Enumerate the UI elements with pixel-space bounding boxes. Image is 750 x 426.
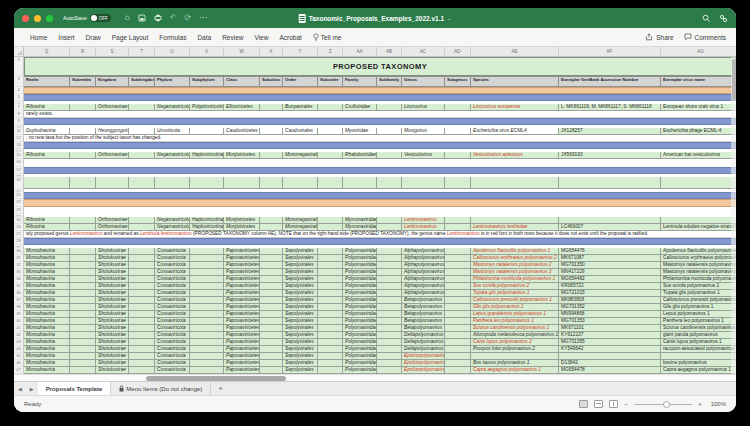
cell[interactable]: Alphapolyomavirus [402,262,445,269]
cell[interactable]: Lincruvirus europense [471,104,559,111]
cell[interactable]: Capra aegagrus polyomavirus 1 [471,367,559,374]
cell[interactable]: Monodnaviria [24,353,70,360]
cell[interactable]: Deltapolyomavirus [402,346,445,353]
cell[interactable] [318,177,343,189]
cell[interactable] [260,269,283,276]
cell[interactable] [260,255,283,262]
cell[interactable]: Papovaviricetes [224,360,260,367]
cell[interactable] [318,332,343,339]
cell[interactable]: Caudoviricetes [224,128,260,135]
cell[interactable]: Monodnaviria [24,290,70,297]
ribbon-tab-draw[interactable]: Draw [86,34,101,41]
cell[interactable] [70,290,96,297]
cell[interactable]: Shotokuvirae [96,269,129,276]
cell[interactable]: MG654476 [559,248,661,255]
cell[interactable]: L: MK861116; M: MK861117; S: MK861118 [559,104,661,111]
cell[interactable] [377,318,402,325]
cell[interactable] [318,128,343,135]
cell[interactable] [445,367,471,374]
add-sheet-button[interactable]: + [211,382,230,395]
column-header-S[interactable]: S [96,47,129,56]
cell[interactable]: Monodnaviria [24,318,70,325]
cell[interactable]: Polyomaviridae [343,332,377,339]
cell[interactable]: Monodnaviria [24,255,70,262]
column-header-Q[interactable]: Q [24,47,70,56]
cell[interactable] [190,290,224,297]
cell[interactable]: Monodnaviria [24,248,70,255]
cell[interactable] [190,346,224,353]
cell[interactable]: Monodnaviria [24,367,70,374]
normal-view-icon[interactable] [579,400,588,408]
cell[interactable] [318,367,343,374]
cell[interactable]: Haploviricotina [190,217,224,224]
cell[interactable] [190,318,224,325]
ribbon-tab-data[interactable]: Data [197,34,211,41]
cell[interactable] [260,297,283,304]
cell[interactable] [377,217,402,224]
ribbon-tab-page-layout[interactable]: Page Layout [112,34,149,41]
cell[interactable] [70,177,96,189]
sheet-nav-left-icon[interactable]: ◀ [14,382,26,395]
cell[interactable] [190,255,224,262]
cell[interactable] [129,325,155,332]
cell[interactable]: Polyomaviridae [343,304,377,311]
cell[interactable]: Epsilonpolyomavirus [402,353,445,360]
cell[interactable]: Cossaviricota [155,353,190,360]
cell[interactable] [190,353,224,360]
header-cell-AA[interactable]: Family [343,76,377,87]
cell[interactable]: Polyomaviridae [343,360,377,367]
cell[interactable]: Callosciurus erythraeus polyomavirus 2 [661,255,736,262]
cell[interactable]: Polyomaviridae [343,325,377,332]
cell[interactable] [190,304,224,311]
cell[interactable]: MK671087 [559,255,661,262]
cell[interactable]: Polyomaviridae [343,353,377,360]
cell[interactable]: Escherichia virus ECML4 [471,128,559,135]
cell[interactable]: Bos taurus polyomavirus 1 [471,360,559,367]
cell[interactable] [377,353,402,360]
cell[interactable]: Monodnaviria [24,339,70,346]
cell[interactable]: Panthera leo polyomavirus 1 [471,318,559,325]
cell[interactable]: Lepus granatensis polyomavirus 1 [471,311,559,318]
cell[interactable]: Alphapolyomavirus [402,276,445,283]
cell[interactable]: Sepolyvirales [283,318,318,325]
cell[interactable]: Cossaviricota [155,304,190,311]
cell[interactable]: Sepolyvirales [283,346,318,353]
row-number[interactable]: 42 [14,332,24,339]
save-icon[interactable] [138,14,146,22]
row-number[interactable]: 40 [14,318,24,325]
cell[interactable] [445,276,471,283]
cell[interactable] [260,339,283,346]
cell[interactable]: KY549642 [559,346,661,353]
cell[interactable]: Lentinula edodes negative-strand RNA vir… [661,224,736,231]
row-number[interactable]: 7 [14,104,24,111]
share-link-icon[interactable] [719,14,728,23]
cell[interactable]: Sepolyvirales [283,290,318,297]
cell[interactable]: KR065722 [559,283,661,290]
cell[interactable] [445,283,471,290]
column-header-V[interactable]: V [190,47,224,56]
row-number[interactable]: 4 [14,87,24,94]
cell[interactable] [661,217,736,224]
cell[interactable]: Alphapolyomavirus [402,283,445,290]
cell[interactable] [445,346,471,353]
cell[interactable]: MG701355 [559,339,661,346]
cell[interactable] [318,311,343,318]
row-number[interactable]: 9 [14,118,24,125]
cell[interactable]: Polyomaviridae [343,311,377,318]
cell[interactable]: Cossaviricota [155,248,190,255]
cell[interactable]: Polyomaviridae [343,276,377,283]
row-number[interactable]: 16 [14,159,24,167]
ribbon-tab-view[interactable]: View [254,34,268,41]
cell[interactable] [129,269,155,276]
cell[interactable]: Monjiviricetes [224,152,260,159]
cell[interactable] [129,128,155,135]
header-cell-U[interactable]: Phylum [155,76,190,87]
row-number[interactable]: 3 [14,76,24,87]
cell[interactable]: Crulliviridae [343,104,377,111]
row-number[interactable]: 23 [14,207,24,214]
cell[interactable] [190,248,224,255]
cell[interactable]: Shotokuvirae [96,311,129,318]
cell[interactable]: Monjiviricetes [224,217,260,224]
cell[interactable]: Sus scrofa polyomavirus 2 [661,283,736,290]
cell[interactable]: Mastomys natalensis polyomavirus 2 [471,262,559,269]
